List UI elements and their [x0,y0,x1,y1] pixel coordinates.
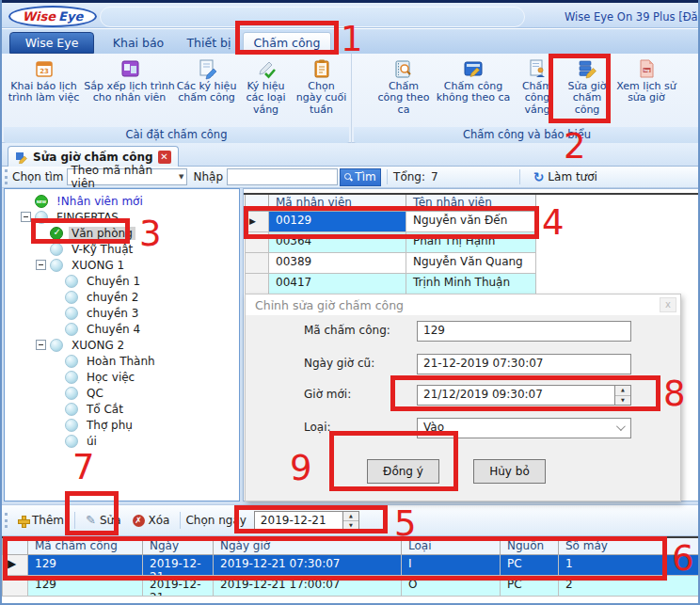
tree-item-chuyen-1[interactable]: Chuyền 1 [5,273,239,289]
employee-table: Mã nhân viên Tên nhân viên ▶ 00129 Nguyễ… [245,195,538,295]
toolbar-separator [74,512,75,529]
delete-button[interactable]: ✗ Xóa [127,511,176,530]
column-header-ngay[interactable]: Ngày [143,538,214,555]
cancel-button[interactable]: Hủy bỏ [473,459,546,484]
tree-item-xuong-2[interactable]: XUONG 2 [5,337,239,353]
edit-button[interactable]: ✎ Sửa [80,511,126,530]
table-row[interactable]: 00389 Nguyễn Văn Quang [245,253,538,274]
doc-tab-icon [15,151,28,164]
tree-item-to-cat[interactable]: Tổ Cắt [5,401,239,417]
date-picker[interactable]: 2019-12-21 ▲ ▼ [254,511,359,531]
spinner-up-icon[interactable]: ▲ [343,512,358,522]
toolbar-separator [387,169,388,184]
tree-item-van-phong[interactable]: Văn phòng [5,225,239,241]
search-filter-dropdown[interactable]: Theo mã nhân viên ▼ [67,168,187,185]
tree-item-chuyen-2[interactable]: chuyền 2 [5,289,239,305]
spinner-down-icon[interactable]: ▼ [343,521,358,531]
dialog-title-bar: Chỉnh sửa giờ chấm công x [246,295,680,315]
toolbar-separator [519,169,520,184]
tree-item-nhan-vien-moi[interactable]: !Nhân viên mới [5,193,239,209]
tree-item-fingertas[interactable]: FINGERTAS [5,209,239,225]
doc-tab-label: Sửa giờ chấm công [33,151,153,164]
tab-thiet-bi[interactable]: Thiết bị [183,32,235,54]
ok-button[interactable]: Đồng ý [367,459,439,484]
column-header-nguon[interactable]: Nguồn [501,538,559,555]
search-choose-label: Chọn tìm [12,170,63,183]
window-title: Wise Eye On 39 Plus [Đăng [565,10,700,24]
search-input[interactable] [227,168,338,185]
datetime-spinner: ▲ ▼ [614,386,630,405]
tree-item-chuyen-3[interactable]: chuyền 3 [5,305,239,321]
field-ngay-gio-cu: Ngày giờ cũ: 21-12-2019 07:30:07 [246,354,680,374]
tree-collapse-icon[interactable] [21,212,31,222]
doc-person-icon [526,57,549,80]
tree-item-qc[interactable]: QC [5,385,239,401]
refresh-icon: ↻ [533,171,545,183]
column-header-ten-nhan-vien[interactable]: Tên nhân viên [406,195,536,212]
loai-select[interactable]: Vào [417,418,631,438]
add-button[interactable]: Thêm [12,511,70,530]
tree-item-chuyen-4[interactable]: Chuyền 4 [5,321,239,337]
table-row[interactable]: ▶ 129 2019-12-21 2019-12-21 07:30:07 I P… [2,555,700,576]
ribbon-button-sua-gio-cham-cong[interactable]: Sửa giờ chấm công [559,55,615,126]
ngay-gio-cu-field[interactable]: 21-12-2019 07:30:07 [417,354,631,374]
refresh-button[interactable]: ↻ Làm tươi [533,170,597,183]
sphere-icon [65,403,78,416]
ribbon-button-label: Chọn ngày cuối tuần [294,81,349,116]
tree-item-v-ky-thuat[interactable]: V-Kỹ Thuật [5,241,239,257]
column-header-ngay-gio[interactable]: Ngày giờ [214,538,402,555]
tree-collapse-icon[interactable] [36,340,46,350]
tree-item-hoan-thanh[interactable]: Hoàn Thành [5,353,239,369]
row-selector-header [245,195,269,212]
table-row[interactable]: 129 2019-12-21 2019-12-21 17:00:07 O PC … [2,576,700,597]
ribbon-group-caption: Chấm công và báo biểu [354,127,700,143]
tree-item-tho-phu[interactable]: Thợ phụ [5,417,239,433]
doc-tab-close-icon[interactable]: ✕ [158,151,171,164]
date-spinner: ▲ ▼ [342,512,358,531]
column-header-so-may[interactable]: Số máy [559,538,700,555]
table-row[interactable]: ▶ 00129 Nguyễn văn Đến [245,212,538,232]
department-tree: !Nhân viên mới FINGERTAS Văn phòng V-Kỹ … [4,188,240,502]
tree-collapse-icon[interactable] [36,260,46,270]
table-row[interactable]: 00417 Trịnh Minh Thuận [245,274,538,295]
search-icon [344,173,352,181]
find-button[interactable]: Tìm [340,168,381,186]
ribbon-button-cham-cong-khong-theo-ca[interactable]: Chấm công không theo ca [431,55,516,126]
column-header-loai[interactable]: Loại [402,538,501,555]
ribbon-button-chon-ngay-cuoi-tuan[interactable]: Chọn ngày cuối tuần [294,55,349,126]
dialog-close-icon[interactable]: x [660,297,676,312]
sphere-icon [65,323,78,336]
ribbon-button-cham-cong-vang[interactable]: Chấm công vắng [516,55,559,126]
row-arrow-icon: ▶ [8,557,16,570]
ribbon-button-xem-lich-su-sua-gio[interactable]: log Xem lịch sử sửa giờ [615,55,677,126]
book-search-icon [392,57,415,80]
field-ma-cham-cong: Mã chấm công: 129 [246,321,680,342]
tree-item-xuong-1[interactable]: XUONG 1 [5,257,239,273]
tab-khai-bao[interactable]: Khai báo [107,32,169,54]
column-header-ma-nhan-vien[interactable]: Mã nhân viên [269,195,406,212]
sphere-icon [50,243,63,256]
ribbon-button-cham-cong-theo-ca[interactable]: Chấm công theo ca [376,55,431,126]
table-row[interactable]: 00364 Phan Thị Hạnh [245,232,538,253]
ribbon-button-khai-bao-lich-trinh[interactable]: 23 Khai báo lịch trình làm việc [5,55,84,126]
doc-pencil-icon [196,57,218,80]
tree-item-ui[interactable]: úi [5,433,239,449]
tree-item-hoc-viec[interactable]: Học việc [5,369,239,385]
column-header-ma-cham-cong[interactable]: Mã chấm công [28,538,143,555]
employee-table-header: Mã nhân viên Tên nhân viên [245,195,538,212]
gio-moi-field[interactable]: 21/12/2019 09:30:07 ▲ ▼ [417,385,631,406]
tab-wise-eye[interactable]: Wise Eye [9,32,94,54]
ribbon-button-label: Sắp xếp lịch trình cho nhân viên [84,81,176,104]
spinner-up-icon[interactable]: ▲ [615,386,630,396]
total-label: Tổng:7 [393,170,438,183]
ribbon-button-label: Xem lịch sử sửa giờ [615,81,677,104]
tab-cham-cong[interactable]: Chấm công [243,32,331,54]
ribbon-button-ky-hieu-vang[interactable]: Ký hiệu các loại vắng [238,55,294,126]
sphere-icon [50,259,63,272]
spinner-down-icon[interactable]: ▼ [615,396,630,406]
ribbon-button-cac-ky-hieu[interactable]: Các ký hiệu chấm công [176,55,238,126]
schedule-icon [119,57,141,80]
ribbon-button-sap-xep-lich-trinh[interactable]: Sắp xếp lịch trình cho nhân viên [84,55,176,126]
ma-cham-cong-field[interactable]: 129 [417,321,631,342]
log-file-icon: log [635,57,658,80]
